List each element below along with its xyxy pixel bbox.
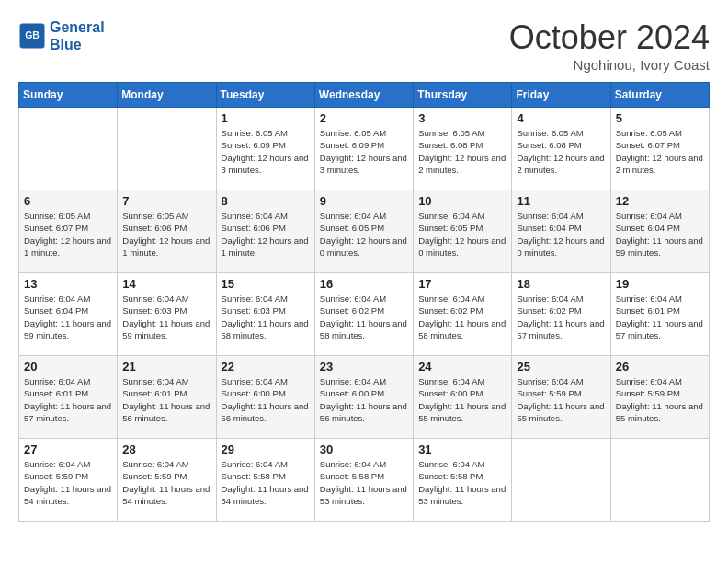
calendar-cell: 26Sunrise: 6:04 AM Sunset: 5:59 PM Dayli… xyxy=(610,356,709,439)
day-number: 29 xyxy=(222,442,310,456)
calendar-cell: 4Sunrise: 6:05 AM Sunset: 6:08 PM Daylig… xyxy=(512,108,610,190)
day-number: 10 xyxy=(418,194,506,208)
calendar-cell: 13Sunrise: 6:04 AM Sunset: 6:04 PM Dayli… xyxy=(19,273,118,356)
calendar-cell: 27Sunrise: 6:04 AM Sunset: 5:59 PM Dayli… xyxy=(19,439,118,522)
calendar-cell: 7Sunrise: 6:05 AM Sunset: 6:06 PM Daylig… xyxy=(118,190,216,273)
calendar-cell: 1Sunrise: 6:05 AM Sunset: 6:09 PM Daylig… xyxy=(216,108,314,190)
calendar-cell: 2Sunrise: 6:05 AM Sunset: 6:09 PM Daylig… xyxy=(314,108,413,190)
calendar-cell: 23Sunrise: 6:04 AM Sunset: 6:00 PM Dayli… xyxy=(314,356,413,439)
day-number: 19 xyxy=(616,277,704,291)
day-number: 27 xyxy=(24,442,112,456)
calendar-cell: 3Sunrise: 6:05 AM Sunset: 6:08 PM Daylig… xyxy=(414,108,512,190)
calendar-week-3: 13Sunrise: 6:04 AM Sunset: 6:04 PM Dayli… xyxy=(19,273,710,356)
calendar-cell: 6Sunrise: 6:05 AM Sunset: 6:07 PM Daylig… xyxy=(19,190,118,273)
day-info: Sunrise: 6:04 AM Sunset: 6:04 PM Dayligh… xyxy=(517,210,605,259)
day-number: 13 xyxy=(24,277,112,291)
calendar-cell: 5Sunrise: 6:05 AM Sunset: 6:07 PM Daylig… xyxy=(610,108,709,190)
day-info: Sunrise: 6:04 AM Sunset: 5:59 PM Dayligh… xyxy=(616,375,704,424)
day-info: Sunrise: 6:04 AM Sunset: 6:02 PM Dayligh… xyxy=(517,293,605,341)
day-number: 9 xyxy=(320,194,408,208)
calendar-cell: 29Sunrise: 6:04 AM Sunset: 5:58 PM Dayli… xyxy=(216,439,314,522)
day-number: 22 xyxy=(222,360,310,373)
calendar-week-1: 1Sunrise: 6:05 AM Sunset: 6:09 PM Daylig… xyxy=(19,108,710,190)
header-monday: Monday xyxy=(118,83,216,108)
day-info: Sunrise: 6:04 AM Sunset: 5:59 PM Dayligh… xyxy=(517,375,605,424)
day-number: 14 xyxy=(122,277,210,291)
day-number: 28 xyxy=(122,442,210,456)
calendar-cell: 21Sunrise: 6:04 AM Sunset: 6:01 PM Dayli… xyxy=(118,356,216,439)
day-info: Sunrise: 6:04 AM Sunset: 5:59 PM Dayligh… xyxy=(122,458,210,507)
day-info: Sunrise: 6:04 AM Sunset: 6:01 PM Dayligh… xyxy=(24,375,112,424)
day-info: Sunrise: 6:05 AM Sunset: 6:07 PM Dayligh… xyxy=(616,127,704,176)
day-info: Sunrise: 6:04 AM Sunset: 6:00 PM Dayligh… xyxy=(222,375,310,424)
calendar-cell: 8Sunrise: 6:04 AM Sunset: 6:06 PM Daylig… xyxy=(216,190,314,273)
day-info: Sunrise: 6:04 AM Sunset: 6:02 PM Dayligh… xyxy=(418,293,506,341)
calendar-cell: 16Sunrise: 6:04 AM Sunset: 6:02 PM Dayli… xyxy=(314,273,413,356)
day-number: 30 xyxy=(320,442,408,456)
day-number: 12 xyxy=(616,194,704,208)
header-saturday: Saturday xyxy=(610,83,709,108)
day-info: Sunrise: 6:04 AM Sunset: 5:58 PM Dayligh… xyxy=(418,458,506,507)
calendar-cell: 12Sunrise: 6:04 AM Sunset: 6:04 PM Dayli… xyxy=(610,190,709,273)
day-info: Sunrise: 6:05 AM Sunset: 6:08 PM Dayligh… xyxy=(517,127,605,176)
header-wednesday: Wednesday xyxy=(314,83,413,108)
location-subtitle: Ngohinou, Ivory Coast xyxy=(509,57,710,73)
calendar-cell: 15Sunrise: 6:04 AM Sunset: 6:03 PM Dayli… xyxy=(216,273,314,356)
calendar-cell: 19Sunrise: 6:04 AM Sunset: 6:01 PM Dayli… xyxy=(610,273,709,356)
logo: GB General Blue xyxy=(18,18,105,53)
calendar-cell xyxy=(118,108,216,190)
page-header: GB General Blue October 2024 Ngohinou, I… xyxy=(18,18,710,73)
day-number: 23 xyxy=(320,360,408,373)
calendar-cell: 30Sunrise: 6:04 AM Sunset: 5:58 PM Dayli… xyxy=(314,439,413,522)
day-info: Sunrise: 6:04 AM Sunset: 6:05 PM Dayligh… xyxy=(320,210,408,259)
day-number: 6 xyxy=(24,194,112,208)
day-number: 24 xyxy=(418,360,506,373)
day-info: Sunrise: 6:04 AM Sunset: 5:58 PM Dayligh… xyxy=(320,458,408,507)
day-info: Sunrise: 6:04 AM Sunset: 6:02 PM Dayligh… xyxy=(320,293,408,341)
day-info: Sunrise: 6:05 AM Sunset: 6:06 PM Dayligh… xyxy=(122,210,210,259)
calendar-cell: 24Sunrise: 6:04 AM Sunset: 6:00 PM Dayli… xyxy=(414,356,512,439)
calendar-cell: 14Sunrise: 6:04 AM Sunset: 6:03 PM Dayli… xyxy=(118,273,216,356)
calendar-cell: 17Sunrise: 6:04 AM Sunset: 6:02 PM Dayli… xyxy=(414,273,512,356)
calendar-week-5: 27Sunrise: 6:04 AM Sunset: 5:59 PM Dayli… xyxy=(19,439,710,522)
day-number: 20 xyxy=(24,360,112,373)
calendar-cell: 11Sunrise: 6:04 AM Sunset: 6:04 PM Dayli… xyxy=(512,190,610,273)
day-info: Sunrise: 6:05 AM Sunset: 6:09 PM Dayligh… xyxy=(222,127,310,176)
day-number: 7 xyxy=(122,194,210,208)
day-info: Sunrise: 6:04 AM Sunset: 6:06 PM Dayligh… xyxy=(222,210,310,259)
calendar-cell: 25Sunrise: 6:04 AM Sunset: 5:59 PM Dayli… xyxy=(512,356,610,439)
calendar-week-2: 6Sunrise: 6:05 AM Sunset: 6:07 PM Daylig… xyxy=(19,190,710,273)
day-number: 21 xyxy=(122,360,210,373)
day-info: Sunrise: 6:05 AM Sunset: 6:08 PM Dayligh… xyxy=(418,127,506,176)
day-info: Sunrise: 6:05 AM Sunset: 6:09 PM Dayligh… xyxy=(320,127,408,176)
calendar-cell xyxy=(512,439,610,522)
day-info: Sunrise: 6:04 AM Sunset: 6:03 PM Dayligh… xyxy=(222,293,310,341)
day-number: 15 xyxy=(222,277,310,291)
day-info: Sunrise: 6:04 AM Sunset: 6:03 PM Dayligh… xyxy=(122,293,210,341)
calendar-cell: 18Sunrise: 6:04 AM Sunset: 6:02 PM Dayli… xyxy=(512,273,610,356)
title-block: October 2024 Ngohinou, Ivory Coast xyxy=(509,18,710,73)
day-info: Sunrise: 6:05 AM Sunset: 6:07 PM Dayligh… xyxy=(24,210,112,259)
day-number: 2 xyxy=(320,111,408,125)
header-friday: Friday xyxy=(512,83,610,108)
day-number: 3 xyxy=(418,111,506,125)
header-row: SundayMondayTuesdayWednesdayThursdayFrid… xyxy=(19,83,710,108)
month-title: October 2024 xyxy=(509,18,710,57)
day-info: Sunrise: 6:04 AM Sunset: 6:04 PM Dayligh… xyxy=(24,293,112,341)
calendar-cell: 9Sunrise: 6:04 AM Sunset: 6:05 PM Daylig… xyxy=(314,190,413,273)
header-tuesday: Tuesday xyxy=(216,83,314,108)
calendar-cell: 22Sunrise: 6:04 AM Sunset: 6:00 PM Dayli… xyxy=(216,356,314,439)
day-info: Sunrise: 6:04 AM Sunset: 6:01 PM Dayligh… xyxy=(122,375,210,424)
logo-general: General xyxy=(50,19,105,35)
calendar-table: SundayMondayTuesdayWednesdayThursdayFrid… xyxy=(18,82,710,522)
logo-blue: Blue xyxy=(50,36,105,53)
day-number: 25 xyxy=(517,360,605,373)
day-info: Sunrise: 6:04 AM Sunset: 6:05 PM Dayligh… xyxy=(418,210,506,259)
calendar-cell xyxy=(610,439,709,522)
calendar-cell xyxy=(19,108,118,190)
svg-text:GB: GB xyxy=(25,29,40,40)
day-number: 8 xyxy=(222,194,310,208)
logo-icon: GB xyxy=(18,22,46,50)
day-number: 17 xyxy=(418,277,506,291)
header-sunday: Sunday xyxy=(19,83,118,108)
